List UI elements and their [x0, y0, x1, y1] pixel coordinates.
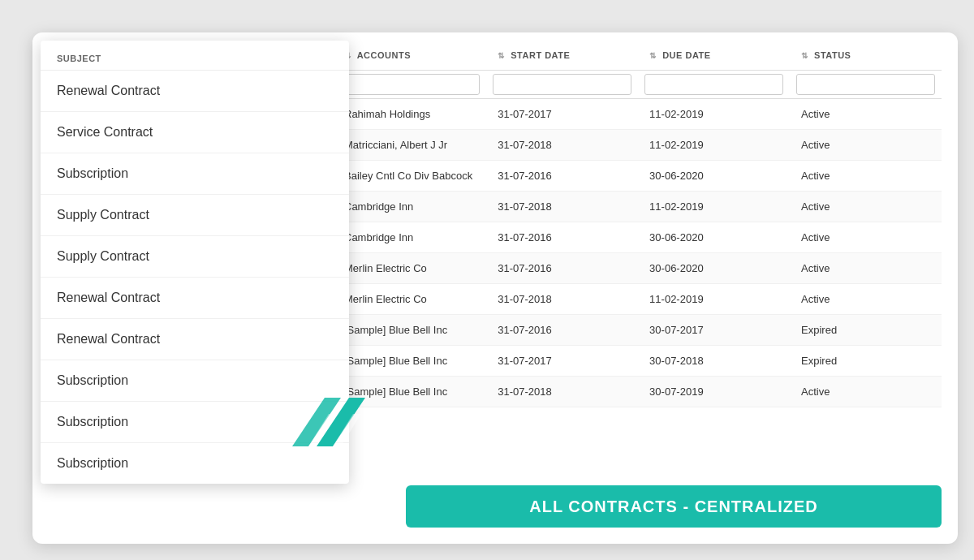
cell-due-date: 30-06-2020	[638, 161, 790, 192]
cell-due-date: 11-02-2019	[638, 130, 790, 161]
sort-icon-start-date: ⇅	[498, 51, 505, 60]
cell-status: Active	[790, 253, 942, 284]
cell-status: Active	[790, 377, 942, 407]
filter-status-input[interactable]	[796, 74, 935, 95]
dropdown-item-0[interactable]: Renewal Contract	[41, 71, 349, 112]
cell-account: [Sample] Blue Bell Inc	[333, 346, 486, 377]
cell-due-date: 30-06-2020	[638, 253, 790, 284]
dropdown-item-2[interactable]: Subscription	[41, 153, 349, 195]
table-row[interactable]: [Sample] Blue Bell Inc 31-07-2017 30-07-…	[333, 346, 942, 377]
table-row[interactable]: Merlin Electric Co 31-07-2016 30-06-2020…	[333, 253, 942, 284]
cell-account: Cambridge Inn	[333, 192, 486, 222]
cell-status: Expired	[790, 315, 942, 346]
table-row[interactable]: [Sample] Blue Bell Inc 31-07-2018 30-07-…	[333, 377, 942, 407]
cell-account: Rahimah Holdings	[333, 99, 486, 130]
filter-start-date-input[interactable]	[493, 74, 631, 95]
cell-start-date: 31-07-2018	[486, 284, 638, 315]
col-start-date[interactable]: ⇅ START DATE	[486, 41, 638, 71]
dropdown-item-4[interactable]: Supply Contract	[41, 236, 349, 278]
filter-due-date-cell	[638, 71, 790, 99]
cell-start-date: 31-07-2017	[486, 346, 638, 377]
cell-account: Merlin Electric Co	[333, 284, 486, 315]
filter-due-date-input[interactable]	[644, 74, 783, 95]
cell-due-date: 30-07-2017	[638, 315, 790, 346]
table-body: Rahimah Holdings 31-07-2017 11-02-2019 A…	[333, 99, 942, 407]
table-area: ⇅ ACCOUNTS ⇅ START DATE ⇅ DUE DATE ⇅ STA…	[333, 41, 942, 495]
cell-status: Active	[790, 284, 942, 315]
dropdown-item-3[interactable]: Supply Contract	[41, 195, 349, 236]
cell-status: Expired	[790, 346, 942, 377]
sort-icon-status: ⇅	[801, 51, 808, 60]
table-row[interactable]: Merlin Electric Co 31-07-2018 11-02-2019…	[333, 284, 942, 315]
table-header-row: ⇅ ACCOUNTS ⇅ START DATE ⇅ DUE DATE ⇅ STA…	[333, 41, 942, 71]
banner-text: ALL CONTRACTS - CENTRALIZED	[529, 498, 818, 516]
contracts-table: ⇅ ACCOUNTS ⇅ START DATE ⇅ DUE DATE ⇅ STA…	[333, 41, 942, 407]
filter-accounts-cell	[333, 71, 486, 99]
table-row[interactable]: Cambridge Inn 31-07-2016 30-06-2020 Acti…	[333, 222, 942, 253]
cell-account: Cambridge Inn	[333, 222, 486, 253]
table-row[interactable]: Bailey Cntl Co Div Babcock 31-07-2016 30…	[333, 161, 942, 192]
table-row[interactable]: [Sample] Blue Bell Inc 31-07-2016 30-07-…	[333, 315, 942, 346]
cell-start-date: 31-07-2017	[486, 99, 638, 130]
cell-due-date: 30-06-2020	[638, 222, 790, 253]
sort-icon-due-date: ⇅	[649, 51, 657, 60]
table-row[interactable]: Cambridge Inn 31-07-2018 11-02-2019 Acti…	[333, 192, 942, 222]
filter-accounts-input[interactable]	[339, 74, 480, 95]
cell-account: Merlin Electric Co	[333, 253, 486, 284]
table-row[interactable]: Rahimah Holdings 31-07-2017 11-02-2019 A…	[333, 99, 942, 130]
col-status[interactable]: ⇅ STATUS	[790, 41, 942, 71]
filter-start-date-cell	[486, 71, 638, 99]
cell-start-date: 31-07-2016	[486, 222, 638, 253]
cell-start-date: 31-07-2016	[486, 315, 638, 346]
cell-start-date: 31-07-2018	[486, 130, 638, 161]
cell-due-date: 11-02-2019	[638, 99, 790, 130]
cell-account: Bailey Cntl Co Div Babcock	[333, 161, 486, 192]
dropdown-item-5[interactable]: Renewal Contract	[41, 278, 349, 319]
col-due-date[interactable]: ⇅ DUE DATE	[638, 41, 790, 71]
cell-account: [Sample] Blue Bell Inc	[333, 315, 486, 346]
cell-due-date: 11-02-2019	[638, 192, 790, 222]
col-accounts[interactable]: ⇅ ACCOUNTS	[333, 41, 486, 71]
arrow-icon	[284, 381, 381, 463]
cell-due-date: 30-07-2018	[638, 346, 790, 377]
cell-due-date: 11-02-2019	[638, 284, 790, 315]
dropdown-header: SUBJECT	[41, 41, 349, 71]
cell-status: Active	[790, 222, 942, 253]
bottom-banner: ALL CONTRACTS - CENTRALIZED	[406, 485, 942, 528]
filter-status-cell	[790, 71, 942, 99]
cell-due-date: 30-07-2019	[638, 377, 790, 407]
cell-start-date: 31-07-2016	[486, 161, 638, 192]
dropdown-item-6[interactable]: Renewal Contract	[41, 319, 349, 360]
cell-status: Active	[790, 161, 942, 192]
cell-status: Active	[790, 192, 942, 222]
cell-account: Matricciani, Albert J Jr	[333, 130, 486, 161]
screenshot-wrapper: SUBJECT Renewal ContractService Contract…	[16, 16, 958, 544]
cell-status: Active	[790, 99, 942, 130]
table-row[interactable]: Matricciani, Albert J Jr 31-07-2018 11-0…	[333, 130, 942, 161]
dropdown-item-1[interactable]: Service Contract	[41, 112, 349, 153]
cell-start-date: 31-07-2018	[486, 377, 638, 407]
cell-start-date: 31-07-2016	[486, 253, 638, 284]
filter-row	[333, 71, 942, 99]
cell-status: Active	[790, 130, 942, 161]
cell-start-date: 31-07-2018	[486, 192, 638, 222]
